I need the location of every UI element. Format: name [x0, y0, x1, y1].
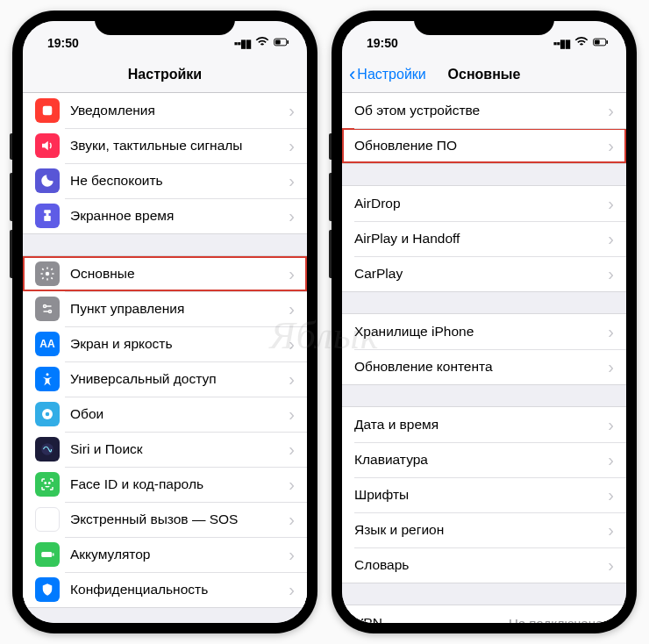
notifications-icon [35, 98, 60, 123]
chevron-right-icon: › [608, 101, 614, 121]
battery-icon [593, 34, 609, 53]
settings-row[interactable]: Face ID и код-пароль› [23, 467, 307, 502]
row-detail: Не подключено [509, 616, 603, 624]
chevron-right-icon: › [289, 369, 295, 390]
row-label: Экран и яркость [70, 336, 283, 352]
chevron-right-icon: › [289, 440, 295, 460]
svg-rect-3 [43, 106, 53, 116]
status-icons: ▪▪▮▮ [234, 34, 289, 53]
row-label: Обновление ПО [354, 138, 603, 154]
row-label: Экранное время [70, 208, 283, 224]
settings-row[interactable]: Siri и Поиск› [23, 432, 307, 467]
row-label: Экстренный вызов — SOS [70, 512, 283, 527]
svg-point-10 [46, 373, 49, 376]
settings-row[interactable]: AirPlay и Handoff› [342, 221, 626, 256]
chevron-right-icon: › [608, 194, 614, 214]
svg-point-8 [44, 305, 46, 308]
settings-row[interactable]: Дата и время› [342, 407, 626, 442]
faceid-icon [35, 472, 60, 497]
row-label: VPN [354, 615, 503, 623]
chevron-right-icon: › [289, 299, 295, 319]
settings-row[interactable]: Экранное время› [23, 198, 307, 233]
svg-point-15 [49, 483, 51, 484]
chevron-right-icon: › [608, 450, 614, 470]
svg-point-7 [46, 272, 50, 276]
page-title: Основные [448, 67, 521, 82]
settings-row[interactable]: Хранилище iPhone› [342, 314, 626, 349]
display-icon: AA [35, 332, 60, 356]
chevron-right-icon: › [289, 404, 295, 425]
phone-frame-right: 19:50 ▪▪▮▮ ‹ Настройки Основные Об этом … [332, 11, 637, 633]
back-label: Настройки [357, 67, 425, 82]
settings-row[interactable]: Шрифты› [342, 477, 626, 512]
settings-row[interactable]: Об этом устройстве› [342, 93, 626, 128]
phone-frame-left: 19:50 ▪▪▮▮ Настройки Уведомления›Звуки, … [12, 11, 317, 633]
navbar: Настройки [23, 56, 307, 93]
chevron-right-icon: › [608, 485, 614, 505]
page-title: Настройки [128, 67, 202, 82]
svg-rect-6 [44, 216, 51, 221]
general-icon [35, 261, 60, 286]
settings-row[interactable]: Конфиденциальность› [23, 572, 307, 607]
settings-row[interactable]: Аккумулятор› [23, 537, 307, 572]
settings-row[interactable]: Универсальный доступ› [23, 361, 307, 397]
svg-rect-1 [275, 39, 281, 44]
settings-row[interactable]: Звуки, тактильные сигналы› [23, 128, 307, 163]
row-label: Не беспокоить [70, 173, 283, 189]
svg-rect-16 [41, 552, 52, 557]
siri-icon [35, 437, 60, 462]
row-label: Конфиденциальность [70, 582, 283, 597]
settings-row[interactable]: VPNНе подключено› [342, 605, 626, 623]
chevron-right-icon: › [608, 136, 614, 156]
settings-row[interactable]: Пункт управления› [23, 291, 307, 326]
settings-row[interactable]: Словарь› [342, 547, 626, 583]
settings-row[interactable]: AirDrop› [342, 186, 626, 221]
chevron-right-icon: › [289, 580, 295, 600]
settings-row[interactable]: Уведомления› [23, 93, 307, 128]
chevron-right-icon: › [289, 510, 295, 530]
settings-row[interactable]: CarPlay› [342, 256, 626, 291]
back-button[interactable]: ‹ Настройки [349, 56, 426, 92]
battery-icon [274, 34, 289, 53]
wifi-icon [574, 34, 589, 53]
notch [95, 11, 235, 35]
navbar: ‹ Настройки Основные [342, 56, 626, 93]
settings-row[interactable]: AAЭкран и яркость› [23, 326, 307, 361]
screen-right: 19:50 ▪▪▮▮ ‹ Настройки Основные Об этом … [342, 21, 626, 623]
chevron-right-icon: › [608, 357, 614, 377]
row-label: Шрифты [354, 487, 603, 503]
settings-row[interactable]: Обновление ПО› [342, 128, 626, 163]
chevron-right-icon: › [289, 206, 295, 226]
notch [414, 11, 554, 35]
battery-icon [35, 542, 60, 567]
row-label: Язык и регион [354, 522, 603, 538]
general-list[interactable]: Об этом устройстве›Обновление ПО›AirDrop… [342, 93, 626, 623]
chevron-right-icon: › [608, 415, 614, 435]
chevron-right-icon: › [608, 613, 614, 624]
settings-row[interactable]: Обои› [23, 397, 307, 432]
settings-row[interactable]: SOSЭкстренный вызов — SOS› [23, 502, 307, 537]
settings-row[interactable]: Обновление контента› [342, 349, 626, 384]
chevron-right-icon: › [289, 264, 295, 284]
wifi-icon [254, 34, 270, 53]
settings-row[interactable]: Язык и регион› [342, 512, 626, 547]
svg-rect-5 [46, 213, 49, 216]
cellular-icon: ▪▪▮▮ [553, 37, 570, 50]
wallpaper-icon [35, 402, 60, 426]
svg-rect-26 [606, 40, 608, 44]
row-label: Универсальный доступ [70, 371, 283, 387]
row-label: Хранилище iPhone [354, 324, 603, 340]
cellular-icon: ▪▪▮▮ [234, 37, 251, 50]
settings-row[interactable]: Не беспокоить› [23, 163, 307, 198]
settings-row[interactable]: Клавиатура› [342, 442, 626, 477]
svg-point-12 [46, 412, 50, 417]
svg-point-9 [49, 311, 52, 313]
chevron-right-icon: › [289, 171, 295, 191]
row-label: Основные [70, 266, 283, 282]
row-label: Дата и время [354, 417, 603, 433]
settings-row[interactable]: Основные› [23, 256, 307, 291]
row-label: Siri и Поиск [70, 441, 283, 457]
row-label: Об этом устройстве [354, 103, 603, 118]
row-label: Клавиатура [354, 452, 603, 468]
settings-list[interactable]: Уведомления›Звуки, тактильные сигналы›Не… [23, 93, 307, 623]
